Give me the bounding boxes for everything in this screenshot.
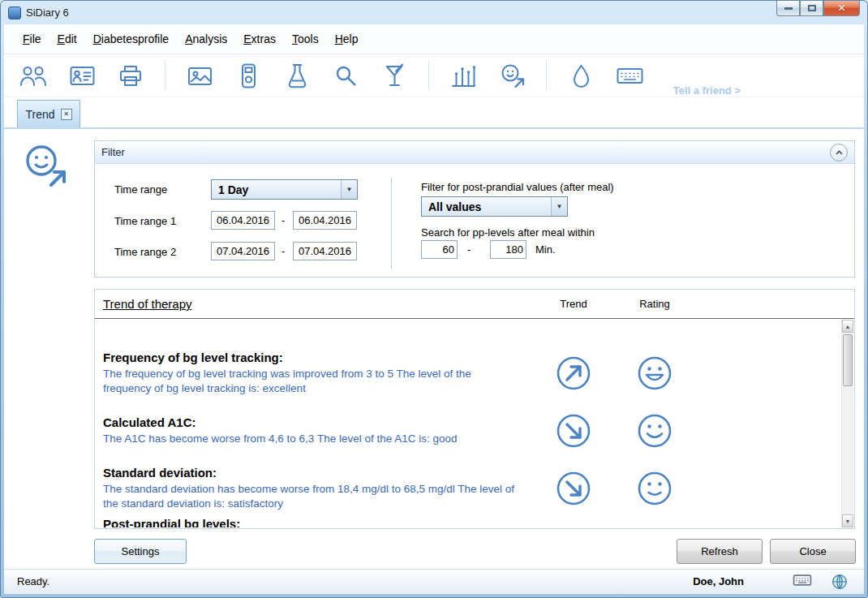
filter-title: Filter [101, 146, 125, 158]
row-text: Post-prandial bg levels: [103, 517, 521, 527]
rating-good-icon [636, 412, 673, 450]
row-description: The A1C has become worse from 4,6 to 6,3… [103, 432, 521, 446]
trend-panel: Trend of therapy Trend Rating Frequency … [94, 289, 855, 529]
tabstrip: Trend ✕ [4, 97, 864, 129]
row-heading: Post-prandial bg levels: [103, 517, 521, 527]
pp-search-label: Search for pp-levels after meal within [421, 226, 595, 239]
tell-a-friend-link[interactable]: Tell a friend > [673, 84, 741, 97]
row-heading: Standard deviation: [103, 466, 521, 480]
tab-trend[interactable]: Trend ✕ [17, 100, 80, 127]
window-controls: ✕ [776, 1, 860, 16]
toolbar-separator [428, 61, 429, 90]
maximize-icon [808, 5, 816, 11]
photo-button[interactable] [185, 60, 214, 91]
time-range2-from-input[interactable] [211, 242, 275, 260]
maximize-button[interactable] [800, 1, 823, 16]
pp-to-input[interactable] [490, 240, 526, 259]
settings-button[interactable]: Settings [94, 539, 187, 564]
meter-device-icon [241, 63, 256, 88]
close-dialog-button[interactable]: Close [770, 539, 856, 564]
minimize-button[interactable] [776, 1, 800, 16]
trend-title: Trend of therapy [103, 297, 533, 311]
close-icon: ✕ [837, 2, 845, 14]
keyboard-status-icon[interactable] [793, 574, 812, 587]
lab-button[interactable] [282, 60, 312, 91]
menu-analysis[interactable]: Analysis [177, 28, 235, 49]
time-range-value: 1 Day [212, 183, 341, 196]
time-range-select[interactable]: 1 Day ▼ [211, 179, 358, 200]
titlebar[interactable]: SiDiary 6 ✕ [1, 1, 867, 24]
keyboard-icon [617, 67, 643, 85]
meter-device-button[interactable] [234, 60, 263, 91]
lab-flask-icon [286, 63, 308, 88]
statusbar: Ready. Doe, John [4, 569, 864, 594]
trend-row: Standard deviation: The standard deviati… [103, 459, 841, 517]
time-range1-label: Time range 1 [114, 215, 176, 227]
tab-label: Trend [25, 108, 54, 121]
client-area: File Edit Diabetesprofile Analysis Extra… [4, 24, 864, 594]
profile-card-button[interactable] [67, 60, 97, 91]
time-range1-to-input[interactable] [293, 211, 357, 230]
collapse-filter-button[interactable] [830, 144, 848, 161]
pp-from-input[interactable] [421, 240, 458, 259]
profile-card-icon [70, 66, 95, 86]
pp-filter-select[interactable]: All values ▼ [421, 196, 568, 217]
status-text: Ready. [17, 575, 49, 587]
menu-edit[interactable]: Edit [49, 28, 85, 49]
statistics-icon [451, 64, 476, 88]
menu-file[interactable]: File [15, 28, 49, 49]
rating-column-header: Rating [614, 298, 695, 310]
time-range1-from-input[interactable] [211, 211, 275, 230]
scroll-up-button[interactable]: ▲ [842, 320, 853, 333]
scroll-down-button[interactable]: ▼ [842, 514, 853, 527]
app-icon [8, 6, 21, 19]
glucose-test-button[interactable] [380, 60, 409, 91]
trend-button[interactable] [497, 60, 526, 91]
printer-icon [119, 65, 142, 87]
menu-extras[interactable]: Extras [235, 28, 284, 49]
globe-status-icon[interactable] [831, 574, 848, 590]
trend-page-icon [22, 143, 69, 190]
app-window: SiDiary 6 ✕ File Edit Diabetesprofile An… [0, 0, 868, 598]
range2-dash: - [281, 245, 285, 257]
trend-cell [533, 470, 614, 507]
keyboard-button[interactable] [615, 60, 644, 91]
trend-row: Post-prandial bg levels: [103, 517, 841, 527]
search-button[interactable] [331, 60, 360, 91]
filter-panel: Filter Time range 1 Day ▼ Time range 1 -… [94, 140, 855, 277]
close-button[interactable]: ✕ [823, 1, 860, 16]
trend-row: Calculated A1C: The A1C has become worse… [103, 402, 841, 459]
print-button[interactable] [116, 60, 145, 91]
patients-button[interactable] [19, 60, 48, 91]
trend-cell [533, 355, 614, 392]
photo-icon [187, 65, 213, 87]
row-heading: Frequency of bg level tracking: [103, 351, 521, 364]
tab-close-icon[interactable]: ✕ [61, 109, 72, 120]
glucose-test-icon [385, 63, 405, 88]
menu-help[interactable]: Help [327, 28, 367, 49]
window-title: SiDiary 6 [26, 6, 69, 19]
time-range2-to-input[interactable] [293, 242, 357, 260]
minimize-icon [784, 7, 793, 10]
rating-excellent-icon [636, 355, 673, 392]
vertical-scrollbar[interactable]: ▲ ▼ [841, 320, 853, 527]
pp-filter-value: All values [422, 200, 551, 213]
trend-header: Trend of therapy Trend Rating [95, 290, 854, 319]
chevron-up-icon [836, 150, 843, 155]
menu-tools[interactable]: Tools [284, 28, 327, 49]
pp-unit-label: Min. [535, 243, 556, 256]
refresh-button[interactable]: Refresh [677, 539, 763, 564]
filter-divider [391, 178, 392, 269]
menu-diabetesprofile[interactable]: Diabetesprofile [85, 28, 177, 49]
pp-filter-label: Filter for post-prandial values (after m… [421, 181, 614, 193]
scrollbar-thumb[interactable] [843, 334, 853, 386]
filter-header: Filter [95, 141, 854, 164]
trend-body: Frequency of bg level tracking: The freq… [95, 320, 841, 527]
statistics-button[interactable] [449, 60, 478, 91]
status-user: Doe, John [693, 575, 744, 587]
sync-button[interactable] [566, 60, 595, 91]
toolbar-separator [546, 61, 547, 90]
time-range-label: Time range [114, 183, 167, 196]
range1-dash: - [281, 214, 285, 226]
chevron-down-icon: ▼ [551, 197, 567, 216]
